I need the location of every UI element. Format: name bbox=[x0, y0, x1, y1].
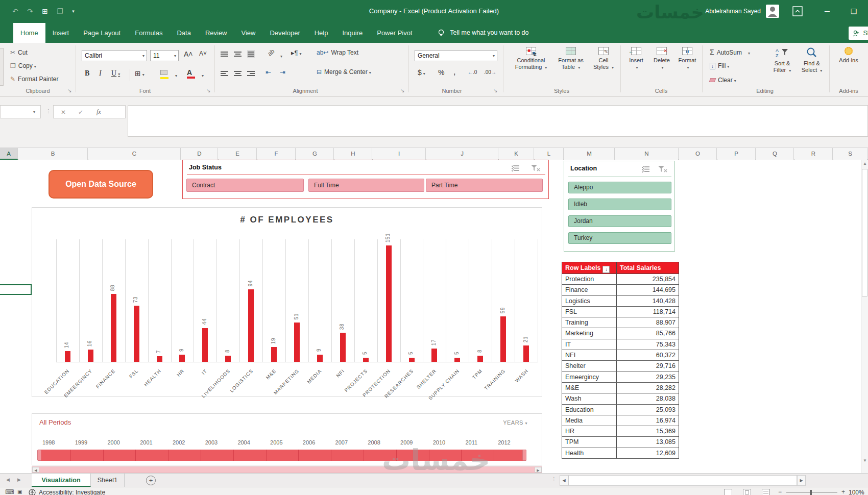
tell-me-box[interactable]: Tell me what you want to do bbox=[437, 23, 529, 43]
decrease-decimal-button[interactable]: .00→ bbox=[484, 69, 496, 75]
ribbon-tab-view[interactable]: View bbox=[234, 23, 263, 43]
font-dialog-launcher-icon[interactable]: ↘ bbox=[206, 88, 210, 93]
number-format-combo[interactable]: General▾ bbox=[415, 50, 497, 61]
close-button[interactable]: ✕ bbox=[866, 0, 868, 23]
format-cells-button[interactable]: ■ Format▾ bbox=[675, 47, 700, 71]
slicer-item-part-time[interactable]: Part Time bbox=[426, 179, 543, 192]
multi-select-icon[interactable] bbox=[642, 165, 650, 172]
column-header-G[interactable]: G bbox=[296, 148, 334, 160]
chart-bar-logistics[interactable] bbox=[248, 289, 254, 362]
decrease-indent-button[interactable]: ⇤ bbox=[266, 68, 271, 76]
vertical-scrollbar[interactable]: ▲ ▼ bbox=[861, 160, 868, 473]
alignment-dialog-launcher-icon[interactable]: ↘ bbox=[400, 88, 404, 93]
column-header-I[interactable]: I bbox=[373, 148, 426, 160]
scroll-up-icon[interactable]: ▲ bbox=[861, 160, 868, 168]
page-break-view-icon[interactable] bbox=[762, 489, 770, 495]
scroll-right-icon[interactable]: ▶ bbox=[535, 467, 542, 473]
column-header-J[interactable]: J bbox=[426, 148, 498, 160]
pivot-row-shelter[interactable]: Shelter29,716 bbox=[562, 361, 679, 372]
formula-input[interactable] bbox=[128, 105, 868, 137]
cut-button[interactable]: ✂Cut bbox=[10, 49, 28, 56]
column-header-C[interactable]: C bbox=[88, 148, 181, 160]
normal-view-icon[interactable] bbox=[724, 489, 732, 495]
fill-button[interactable]: ↓Fill▾ bbox=[710, 62, 729, 69]
pivot-row-marketing[interactable]: Marketing85,766 bbox=[562, 328, 679, 339]
pivot-row-m-e[interactable]: M&E28,282 bbox=[562, 383, 679, 393]
scroll-down-icon[interactable]: ▼ bbox=[861, 457, 868, 465]
column-header-N[interactable]: N bbox=[615, 148, 679, 160]
minimize-button[interactable]: ─ bbox=[816, 0, 838, 23]
timeline-segment-1999[interactable] bbox=[71, 450, 104, 461]
column-header-D[interactable]: D bbox=[181, 148, 218, 160]
chart-bar-fsl[interactable] bbox=[134, 306, 139, 362]
find-select-button[interactable]: Find &Select ▾ bbox=[798, 47, 826, 74]
accessibility-status[interactable]: Accessibility: Investigate bbox=[39, 489, 105, 495]
timeline-unit-dropdown[interactable]: YEARS ▾ bbox=[503, 419, 527, 426]
slicer-location[interactable]: Location AleppoIdlebJordanTurkey bbox=[564, 161, 675, 252]
timeline-segment-2012[interactable] bbox=[494, 450, 526, 461]
pivot-row-education[interactable]: Education25,093 bbox=[562, 405, 679, 415]
pivot-row-logistics[interactable]: Logistics140,428 bbox=[562, 296, 679, 307]
number-dialog-launcher-icon[interactable]: ↘ bbox=[493, 88, 497, 93]
ribbon-tab-formulas[interactable]: Formulas bbox=[128, 23, 170, 43]
column-header-E[interactable]: E bbox=[219, 148, 257, 160]
chart-bar-protection[interactable] bbox=[386, 245, 392, 362]
timeline-segment-1998[interactable] bbox=[38, 450, 71, 461]
slicer-item-jordan[interactable]: Jordan bbox=[568, 215, 671, 227]
pivot-row-media[interactable]: Media16,974 bbox=[562, 415, 679, 426]
pivot-row-finance[interactable]: Finance144,695 bbox=[562, 285, 679, 295]
slicer-item-idleb[interactable]: Idleb bbox=[568, 199, 671, 210]
timeline-handle-right[interactable] bbox=[522, 450, 526, 461]
timeline-segment-2000[interactable] bbox=[104, 450, 136, 461]
tab-splitter-handle[interactable]: ⋮ bbox=[551, 476, 557, 482]
worksheet[interactable]: Open Data Source Job Status ContractFull… bbox=[0, 160, 868, 473]
scroll-left-icon[interactable]: ◀ bbox=[32, 467, 39, 473]
vertical-scrollbar-thumb[interactable] bbox=[862, 169, 867, 296]
bold-button[interactable]: B bbox=[85, 69, 89, 78]
align-bottom-button[interactable] bbox=[247, 50, 255, 58]
share-button[interactable]: Share bbox=[849, 27, 868, 40]
chart-bar-training[interactable] bbox=[500, 316, 506, 362]
delete-cells-button[interactable]: ✕ Delete▾ bbox=[649, 47, 674, 71]
name-box-dropdown-icon[interactable]: ▾ bbox=[33, 110, 35, 114]
clipboard-dialog-launcher-icon[interactable]: ↘ bbox=[67, 88, 71, 93]
clear-filter-icon[interactable] bbox=[531, 164, 540, 172]
maximize-button[interactable]: ❏ bbox=[842, 0, 865, 23]
chart-bar-nfi[interactable] bbox=[340, 333, 346, 362]
account-name[interactable]: Abdelrahman Sayed bbox=[701, 8, 761, 15]
slicer-job-status[interactable]: Job Status ContractFull TimePart Time bbox=[182, 160, 549, 199]
chart-bar-finance[interactable] bbox=[111, 294, 116, 362]
text-direction-button[interactable]: ▸¶▾ bbox=[291, 49, 302, 57]
borders-button[interactable]: ⊞▾ bbox=[135, 69, 144, 78]
next-sheet-icon[interactable]: ▶ bbox=[17, 477, 21, 482]
ribbon-tab-inquire[interactable]: Inquire bbox=[335, 23, 370, 43]
chart-bar-shelter[interactable] bbox=[431, 349, 437, 362]
sort-filter-dropdown-icon[interactable]: ↓ bbox=[602, 266, 610, 273]
format-as-table-button[interactable]: Format asTable ▾ bbox=[554, 47, 587, 71]
pivot-row-emeergincy[interactable]: Emeergincy29,235 bbox=[562, 372, 679, 383]
chart-bar-marketing[interactable] bbox=[294, 323, 300, 362]
font-name-combo[interactable]: Calibri▾ bbox=[82, 50, 147, 61]
chart-bar-education[interactable] bbox=[65, 351, 70, 362]
font-color-dropdown[interactable]: ▾ bbox=[200, 71, 204, 79]
chart-bar-wash[interactable] bbox=[523, 345, 529, 362]
clear-filter-icon[interactable] bbox=[658, 165, 667, 173]
underline-button[interactable]: U▾ bbox=[111, 69, 120, 78]
shrink-font-button[interactable]: A˅ bbox=[199, 50, 207, 57]
orientation-dropdown[interactable]: ▾ bbox=[279, 52, 282, 59]
cancel-icon[interactable]: ✕ bbox=[61, 109, 66, 116]
timeline-segment-2002[interactable] bbox=[168, 450, 201, 461]
wrap-text-button[interactable]: ab↩Wrap Text bbox=[317, 49, 358, 56]
pivot-row-nfi[interactable]: NFI60,372 bbox=[562, 350, 679, 361]
grow-font-button[interactable]: A˄ bbox=[184, 50, 193, 58]
name-box[interactable]: ▾ bbox=[0, 105, 41, 118]
ribbon-tab-developer[interactable]: Developer bbox=[262, 23, 307, 43]
enter-icon[interactable]: ✓ bbox=[78, 109, 83, 116]
slicer-item-full-time[interactable]: Full Time bbox=[308, 179, 424, 192]
pivot-row-training[interactable]: Training88,907 bbox=[562, 317, 679, 328]
hscroll-right-icon[interactable]: ▶ bbox=[797, 475, 806, 486]
chart-bar-projects[interactable] bbox=[363, 358, 369, 362]
font-size-combo[interactable]: 11▾ bbox=[150, 50, 179, 61]
ribbon-tab-data[interactable]: Data bbox=[170, 23, 198, 43]
chart-bar-emeergincy[interactable] bbox=[88, 350, 93, 362]
